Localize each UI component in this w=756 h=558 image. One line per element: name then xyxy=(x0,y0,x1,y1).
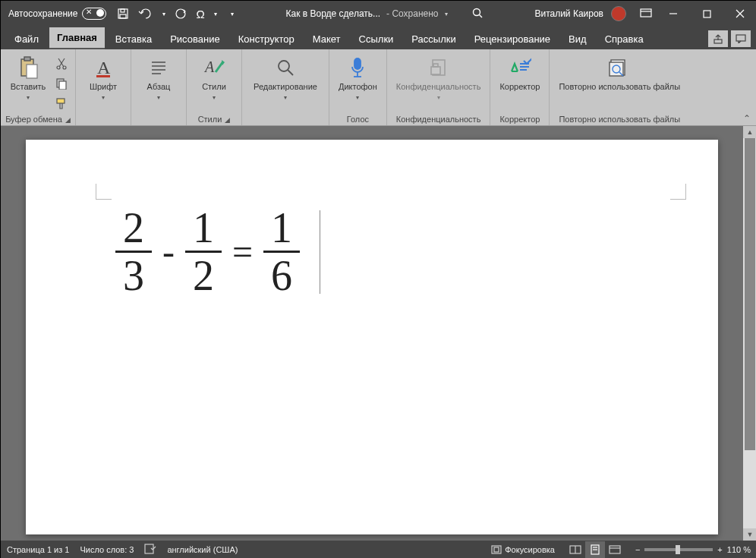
font-icon: A xyxy=(93,55,113,80)
group-voice-label: Голос xyxy=(334,113,382,125)
zoom-in-button[interactable]: + xyxy=(717,545,722,554)
sensitivity-button[interactable]: Конфиденциаль­ность▾ xyxy=(392,54,486,102)
quick-access-toolbar: ▾ Ω ▾ ▾ xyxy=(117,8,233,20)
tab-layout[interactable]: Макет xyxy=(305,29,348,49)
fraction-1-den: 3 xyxy=(115,251,152,297)
paste-icon xyxy=(18,55,38,80)
svg-rect-5 xyxy=(641,9,651,17)
web-layout-button[interactable] xyxy=(605,541,625,558)
fraction-3-num: 1 xyxy=(263,206,300,251)
group-styles-label: Стили xyxy=(198,115,222,124)
svg-point-18 xyxy=(57,66,60,69)
fraction-1-num: 2 xyxy=(115,206,152,251)
svg-rect-50 xyxy=(610,546,620,553)
tab-review[interactable]: Рецензирование xyxy=(467,29,558,49)
tab-insert[interactable]: Вставка xyxy=(108,29,159,49)
title-dropdown[interactable]: ▾ xyxy=(445,11,448,17)
svg-rect-12 xyxy=(736,35,745,41)
text-cursor xyxy=(320,210,320,294)
read-mode-button[interactable] xyxy=(565,541,585,558)
editor-button[interactable]: Корректор xyxy=(495,54,544,93)
dictate-button[interactable]: Диктофон▾ xyxy=(334,54,382,102)
editing-button[interactable]: Редактирование▾ xyxy=(247,54,324,102)
margin-corner-tr xyxy=(670,184,686,200)
group-clipboard: Вставить▾ Буфер обмена◢ xyxy=(1,49,76,125)
scroll-down-icon[interactable]: ▼ xyxy=(743,528,756,541)
toggle-switch[interactable]: ✕ xyxy=(82,8,106,20)
statusbar: Страница 1 из 1 Число слов: 3 английский… xyxy=(1,541,756,558)
collapse-ribbon-icon[interactable]: ⌃ xyxy=(743,113,751,124)
tab-design[interactable]: Конструктор xyxy=(231,29,302,49)
svg-point-19 xyxy=(63,66,66,69)
clipboard-launcher[interactable]: ◢ xyxy=(65,116,71,124)
redo-icon[interactable] xyxy=(175,8,187,19)
tab-file[interactable]: Файл xyxy=(7,29,46,49)
svg-rect-44 xyxy=(494,547,499,552)
autosave-toggle[interactable]: Автосохранение ✕ xyxy=(8,8,106,20)
search-icon xyxy=(276,55,295,80)
svg-point-30 xyxy=(279,61,289,71)
close-button[interactable] xyxy=(723,1,756,27)
styles-button[interactable]: A Стили▾ xyxy=(191,54,237,102)
minimize-button[interactable] xyxy=(657,1,690,27)
zoom-slider[interactable] xyxy=(644,548,713,551)
avatar[interactable] xyxy=(611,6,626,21)
page[interactable]: 2 3 - 1 2 = 1 6 xyxy=(26,140,718,534)
symbol-dropdown[interactable]: ▾ xyxy=(214,11,217,17)
ribbon-display-icon[interactable] xyxy=(640,8,652,20)
reuse-files-button[interactable]: Повторно использовать файлы xyxy=(554,54,685,93)
svg-rect-37 xyxy=(433,64,438,67)
tab-home[interactable]: Главная xyxy=(49,27,105,49)
tab-help[interactable]: Справка xyxy=(597,29,651,49)
svg-rect-36 xyxy=(431,67,440,74)
undo-icon[interactable] xyxy=(138,8,153,19)
symbol-icon[interactable]: Ω xyxy=(196,8,204,20)
vertical-scrollbar[interactable]: ▲ ▼ xyxy=(743,126,756,541)
equation[interactable]: 2 3 - 1 2 = 1 6 xyxy=(115,206,320,297)
zoom-level[interactable]: 110 % xyxy=(727,545,751,554)
svg-text:A: A xyxy=(203,58,215,75)
focus-mode[interactable]: Фокусировка xyxy=(491,545,555,554)
tab-mailings[interactable]: Рассылки xyxy=(404,29,463,49)
svg-line-16 xyxy=(58,58,64,67)
zoom-out-button[interactable]: − xyxy=(635,545,640,554)
scroll-track[interactable] xyxy=(743,138,756,528)
group-reuse-label: Повторно использовать файлы xyxy=(554,113,685,125)
microphone-icon xyxy=(350,55,365,80)
undo-dropdown[interactable]: ▾ xyxy=(162,11,165,17)
tab-references[interactable]: Ссылки xyxy=(351,29,402,49)
saved-status: - Сохранено xyxy=(386,8,438,19)
scroll-thumb[interactable] xyxy=(745,138,755,450)
window-controls xyxy=(657,1,756,27)
scroll-up-icon[interactable]: ▲ xyxy=(743,126,756,138)
svg-rect-8 xyxy=(704,11,710,17)
paste-button[interactable]: Вставить▾ xyxy=(5,54,51,102)
font-label: Шрифт xyxy=(90,82,117,91)
print-layout-button[interactable] xyxy=(585,541,605,558)
comments-button[interactable] xyxy=(731,30,751,47)
spellcheck-icon[interactable] xyxy=(144,544,156,556)
svg-rect-24 xyxy=(96,75,110,77)
share-button[interactable] xyxy=(708,30,728,47)
maximize-button[interactable] xyxy=(690,1,723,27)
fraction-2: 1 2 xyxy=(185,206,222,297)
zoom-handle[interactable] xyxy=(676,545,680,554)
styles-launcher[interactable]: ◢ xyxy=(225,116,230,124)
tab-draw[interactable]: Рисование xyxy=(162,29,227,49)
language-indicator[interactable]: английский (США) xyxy=(167,545,238,554)
svg-rect-1 xyxy=(121,9,124,12)
save-icon[interactable] xyxy=(117,8,129,20)
page-indicator[interactable]: Страница 1 из 1 xyxy=(7,545,69,554)
format-painter-button[interactable] xyxy=(52,95,71,112)
group-editor: Корректор Корректор xyxy=(490,49,550,125)
svg-rect-15 xyxy=(27,65,37,78)
copy-button[interactable] xyxy=(52,75,71,92)
cut-button[interactable] xyxy=(52,55,71,72)
document-title: Как в Ворде сделать... xyxy=(286,8,380,19)
titlebar: Автосохранение ✕ ▾ Ω ▾ ▾ Как в Ворде сде… xyxy=(1,1,756,27)
word-count[interactable]: Число слов: 3 xyxy=(80,545,134,554)
search-icon[interactable] xyxy=(472,8,483,20)
paragraph-button[interactable]: Абзац▾ xyxy=(136,54,181,102)
tab-view[interactable]: Вид xyxy=(561,29,594,49)
font-button[interactable]: A Шрифт▾ xyxy=(80,54,126,102)
